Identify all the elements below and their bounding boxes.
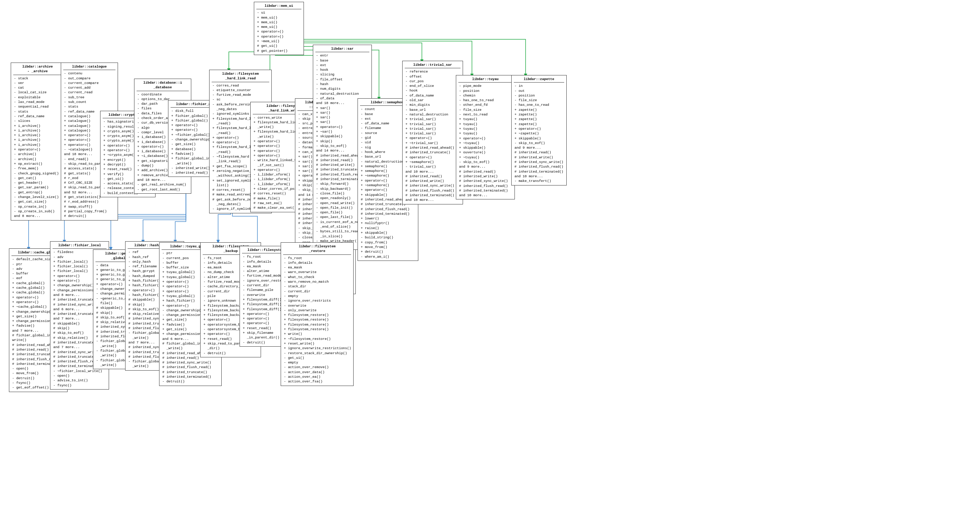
node-item: + ouverture() <box>458 150 512 155</box>
node-catalogue-title: libdar::catalogue <box>63 64 116 70</box>
node-item: - position <box>514 93 564 98</box>
node-item: and 10 more... <box>514 174 564 179</box>
node-item: - empty <box>283 360 351 365</box>
node-item: - fsync() <box>52 383 107 388</box>
node-item: - empty <box>283 294 351 298</box>
node-item: + write() <box>283 332 351 336</box>
node-item: - get_header() <box>13 181 62 185</box>
node-item: - get_ui() <box>283 355 351 360</box>
node-item: - ext <box>315 63 369 68</box>
node-item: - pipe_mode <box>458 84 512 88</box>
node-item: - file_size <box>458 108 512 112</box>
node-item: - file_offset <box>315 77 369 82</box>
node-item: # swap_stuff() <box>63 205 116 209</box>
node-item: - num_digits <box>315 86 369 91</box>
node-tuyau-title: libdar::tuyau <box>458 77 512 83</box>
node-item: # inherited_terminated() <box>514 170 564 174</box>
node-item: - ~fichier_local_write() <box>52 369 107 373</box>
node-item: + ~tuyau() <box>458 141 512 146</box>
node-item: # inherited_truncate() <box>405 150 460 155</box>
node-fs-restore-title: libdar::filesystem_restore <box>283 244 351 255</box>
node-item: - get_cat() <box>13 176 62 181</box>
node-item: - check_gnupg_signed() <box>13 171 62 176</box>
node-item: # inherited_read() <box>514 150 564 155</box>
node-item: - open() <box>52 373 107 378</box>
node-item: + i_archive() <box>13 124 62 128</box>
node-item: - out_compare <box>63 76 116 81</box>
node-item: + operator=() <box>13 147 62 152</box>
node-item: # inherited_flush_read() <box>405 188 460 193</box>
node-item: - local_cat_size <box>13 90 62 95</box>
node-item: # inherited_flush_read() <box>514 164 564 169</box>
node-item: - ea_mask <box>283 265 351 270</box>
node-zapette-title: libdar::zapette <box>514 77 564 83</box>
node-item: + copy_from() <box>360 240 416 245</box>
node-item: + zapette() <box>514 122 564 127</box>
node-item: - skip_to_eof() <box>458 160 512 164</box>
node-tuyau: libdar::tuyau - pipe_mode - position - c… <box>456 75 515 200</box>
node-item: + ~mem_ui() <box>256 39 301 44</box>
node-item: + nullifyptr() <box>360 221 416 225</box>
node-item: + zapette() <box>514 117 564 122</box>
node-item: - has_one_to_read <box>514 103 564 107</box>
node-item: + zapette() <box>514 108 564 112</box>
node-item: # inherited_read() <box>458 170 512 174</box>
node-item: - sub_count <box>63 100 116 104</box>
node-item: - detruit() <box>203 351 258 355</box>
node-item: # get_ui() <box>256 44 301 48</box>
node-item: + skippable() <box>360 230 416 235</box>
node-item: + trivial_sar() <box>405 122 460 127</box>
node-item: and 10 more... <box>405 170 460 174</box>
node-item: + trivial_sar() <box>405 131 460 136</box>
node-item: # r_eod_address() <box>63 200 116 204</box>
node-item: - only_overwrite <box>283 308 351 313</box>
node-item: - hash <box>315 82 369 86</box>
node-item: + move_from() <box>360 245 416 249</box>
node-database-title: libdar::database::i_database <box>137 80 189 91</box>
node-item: - detruit() <box>162 379 219 384</box>
node-item: + detruit() <box>360 249 416 254</box>
node-item: + operator=() <box>458 136 512 141</box>
node-item: # inherited_terminated() <box>360 211 416 216</box>
node-item: - file_size <box>514 98 564 103</box>
node-item: + filesystem_restore() <box>283 322 351 327</box>
node-item: and 10 more... <box>458 193 512 198</box>
node-item: # inherited_sync_write() <box>405 183 460 188</box>
node-item: + filesystem_restore() <box>283 313 351 317</box>
node-item: # inherited_truncate() <box>162 370 219 374</box>
node-item: # inherited_write() <box>405 179 460 183</box>
node-item: - in <box>514 84 564 88</box>
node-item: - get_root_last_mod() <box>137 187 189 192</box>
node-item: # inherited_flush_read() <box>162 365 219 370</box>
node-fs-restore: libdar::filesystem_restore - fs_root - i… <box>281 242 353 386</box>
node-fichier-local-title: libdar::fichier_local <box>52 243 107 249</box>
node-item: - ignore_over_restricts <box>283 298 351 303</box>
node-item: - chemin <box>458 93 512 98</box>
node-archive: libdar::archive- _archive - stack - ver … <box>11 62 64 221</box>
node-item: - position <box>458 89 512 93</box>
node-item: + ~filesystem_restore() <box>283 336 351 341</box>
node-item: # inherited_terminated() <box>458 188 512 193</box>
node-item: and 9 more... <box>458 164 512 169</box>
node-item: + trivial_sar() <box>405 127 460 131</box>
node-item: - op_create_in_sub() <box>13 209 62 214</box>
node-item: - advise_to_int() <box>52 378 107 383</box>
node-item: + op_extract() <box>13 162 62 166</box>
node-item: # inherited_write() <box>514 155 564 160</box>
node-item: + tuyau() <box>458 127 512 131</box>
node-item: + ~zapette() <box>514 131 564 136</box>
node-item: - current_read <box>63 90 116 95</box>
node-item: - get_real_archive_num() <box>137 182 189 187</box>
node-item: - stack_dir <box>283 284 351 289</box>
node-item: - offset <box>405 75 460 79</box>
node-item: + reset_write() <box>283 341 351 346</box>
node-item: - base_url <box>405 108 460 112</box>
node-item: + zapette() <box>514 112 564 117</box>
node-item: - warn_overwrite <box>283 270 351 275</box>
diagram-container: libdar::mem_ui - ui + mem_ui() + mem_ui(… <box>0 0 980 530</box>
node-item: - entr <box>315 53 369 58</box>
node-item: # inherited_flush_read() <box>360 207 416 211</box>
node-item: - stats <box>63 104 116 109</box>
node-item: - ref_data_name <box>13 114 62 119</box>
node-item: and 8 more... <box>13 214 62 218</box>
